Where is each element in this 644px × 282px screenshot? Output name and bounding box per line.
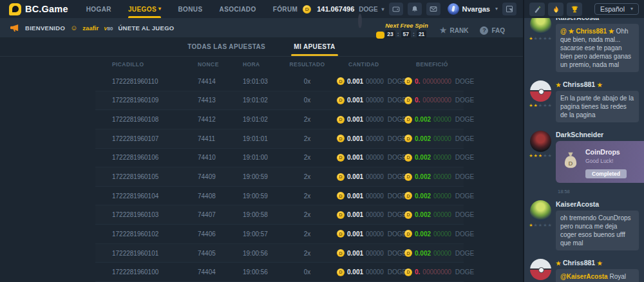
- chat-username[interactable]: KaiserAcosta: [556, 18, 639, 21]
- chat-bubble: oh tremendo CounDrops pero nunca me deja…: [556, 211, 639, 250]
- message-user-block: ★★★★★: [529, 18, 551, 75]
- bets-table-header: PICADILLONONCEHORARESULTADOCANTIDADBENEF…: [95, 57, 464, 72]
- bet-hash: 1722281960105: [95, 173, 181, 180]
- chat-avatar[interactable]: [530, 131, 551, 152]
- announcement-cta[interactable]: ÚNETE AL JUEGO: [118, 24, 174, 32]
- nav-item-label: BONUS: [178, 6, 202, 13]
- topbar-right: D 141.067496 DOGE ▾ Nvargas ▾: [303, 3, 516, 15]
- message-content: KaiserAcostaoh tremendo CounDrops pero n…: [556, 200, 639, 253]
- chat-sidebar: Español▾ ★★★★★KaiserAcosta@ ★ Chriss881 …: [523, 0, 644, 282]
- megaphone-icon: [10, 24, 20, 32]
- doge-coin-icon: D: [404, 230, 412, 238]
- mention-link[interactable]: @ ★ Chriss881 ★: [560, 28, 614, 35]
- bet-amount: D0.00100000DOGE: [332, 97, 399, 104]
- tab-todas-las-apuestas[interactable]: TODAS LAS APUESTAS: [187, 37, 265, 56]
- table-row[interactable]: 17222819601057440919:00:592xD0.00100000D…: [95, 167, 464, 187]
- balance-amount: 141.067496: [317, 5, 354, 13]
- coindrops-card[interactable]: DCoinDropsGood Luck!Completed: [556, 141, 644, 183]
- chat-avatar[interactable]: [530, 80, 551, 102]
- mail-icon: [430, 5, 437, 13]
- chat-avatar[interactable]: [530, 18, 551, 35]
- chat-avatar[interactable]: [530, 259, 551, 280]
- bet-time: 19:01:02: [226, 97, 283, 104]
- chat-toolbar: Español▾: [524, 0, 644, 18]
- wallet-button[interactable]: [389, 3, 403, 15]
- vip-level-badge: V80: [104, 24, 113, 32]
- bet-result: 2x: [283, 211, 332, 218]
- announcement-username[interactable]: zaafir: [82, 24, 99, 32]
- table-row[interactable]: 17222819601017440519:00:562xD0.00100000D…: [95, 244, 464, 263]
- doge-coin-icon: D: [404, 268, 412, 276]
- mention-link[interactable]: @KaiserAcosta: [560, 273, 608, 280]
- chat-toggle-button[interactable]: [502, 3, 516, 15]
- messages-button[interactable]: [426, 3, 440, 15]
- nav-item-label: JUEGOS: [128, 6, 156, 13]
- table-row[interactable]: 17222819601007440419:00:560xD0.00100000D…: [95, 263, 464, 282]
- chat-username[interactable]: DarkSchneider: [556, 131, 639, 138]
- hot-games-button[interactable]: [548, 3, 564, 16]
- bet-profit: D0.00000000DOGE: [399, 268, 464, 276]
- nav-item-asociado[interactable]: ASOCIADO: [220, 0, 256, 18]
- language-selector[interactable]: Español▾: [594, 3, 639, 15]
- bet-hash: 1722281960109: [95, 97, 181, 104]
- chat-bubble: @KaiserAcosta Royal flush es que el móvi…: [556, 269, 639, 282]
- faq-link[interactable]: ?FAQ: [480, 21, 505, 35]
- doge-coin-icon: D: [337, 249, 345, 257]
- announcement-greeting: BIENVENIDO: [25, 24, 65, 32]
- nav-item-hogar[interactable]: HOGAR: [86, 0, 111, 18]
- doge-coin-icon: D: [337, 192, 345, 200]
- flame-icon: [552, 5, 560, 14]
- bet-result: 0x: [283, 268, 332, 276]
- table-row[interactable]: 17222819601087441219:01:022xD0.00100000D…: [95, 110, 464, 129]
- chat-username[interactable]: ★ Chriss881 ★: [556, 80, 639, 88]
- bet-nonce: 74406: [181, 230, 226, 238]
- bet-profit: D0.00200000DOGE: [399, 116, 464, 124]
- chat-username[interactable]: ★ Chriss881 ★: [556, 259, 639, 267]
- bet-result: 2x: [283, 250, 332, 257]
- user-menu[interactable]: Nvargas ▾: [448, 3, 498, 15]
- chat-bubble: En la parte de abajo de la pagina tienes…: [556, 91, 639, 122]
- nav-item-bonus[interactable]: BONUS: [178, 0, 202, 18]
- bet-nonce: 74409: [181, 173, 226, 180]
- bet-time: 19:00:56: [226, 250, 283, 257]
- bet-profit: D0.00200000DOGE: [399, 249, 464, 257]
- table-row[interactable]: 17222819601107441419:01:030xD0.00100000D…: [95, 72, 464, 91]
- doge-coin-icon: D: [337, 230, 345, 238]
- bets-table-body: 17222819601107441419:01:030xD0.00100000D…: [95, 72, 464, 282]
- chat-avatar[interactable]: [530, 200, 551, 221]
- main-column: BC.Game HOGARJUEGOS▾BONUSASOCIADOFÓRUM D…: [0, 0, 523, 282]
- table-row[interactable]: 17222819601027440619:00:572xD0.00100000D…: [95, 225, 464, 244]
- doge-coin-icon: D: [303, 5, 311, 14]
- bet-amount: D0.00100000DOGE: [332, 230, 399, 238]
- games-shortcut-button[interactable]: [529, 3, 545, 16]
- svg-text:D: D: [568, 159, 573, 166]
- column-header: HORA: [226, 61, 283, 68]
- table-row[interactable]: 17222819601077441119:01:012xD0.00100000D…: [95, 129, 464, 149]
- table-row[interactable]: 17222819601067441019:01:002xD0.00100000D…: [95, 149, 464, 168]
- table-row[interactable]: 17222819601037440719:00:582xD0.00100000D…: [95, 205, 464, 225]
- rank-star-icon: ★: [440, 26, 447, 35]
- table-row[interactable]: 17222819601097441319:01:020xD0.00100000D…: [95, 91, 464, 111]
- coindrops-completed-button[interactable]: Completed: [585, 169, 627, 178]
- nav-item-juegos[interactable]: JUEGOS▾: [128, 0, 162, 18]
- nav-item-fórum[interactable]: FÓRUM: [273, 0, 298, 18]
- free-spin-widget[interactable]: Next Free Spin 23:57:21: [358, 15, 428, 40]
- bet-profit: D0.00200000DOGE: [399, 135, 464, 142]
- bet-nonce: 74412: [181, 116, 226, 123]
- chat-message: ★★★★★★ Chriss881 ★En la parte de abajo d…: [529, 80, 639, 125]
- message-content: KaiserAcosta@ ★ Chriss881 ★ Ohh que bien…: [556, 18, 639, 75]
- notifications-button[interactable]: [408, 3, 422, 15]
- free-spin-label: Next Free Spin: [385, 22, 428, 29]
- currency-selector[interactable]: DOGE ▾: [359, 6, 384, 13]
- bet-amount: D0.00100000DOGE: [332, 211, 399, 219]
- spin-wheel-icon[interactable]: [358, 14, 362, 28]
- doge-coin-icon: D: [337, 268, 345, 276]
- tournament-button[interactable]: [567, 3, 582, 16]
- doge-coin-icon: D: [404, 135, 412, 142]
- bet-hash: 1722281960107: [95, 135, 181, 142]
- chat-username[interactable]: KaiserAcosta: [556, 200, 639, 208]
- rank-link[interactable]: ★RANK: [440, 21, 469, 35]
- tab-mi-apuesta[interactable]: MI APUESTA: [294, 37, 336, 56]
- table-row[interactable]: 17222819601047440819:00:592xD0.00100000D…: [95, 187, 464, 206]
- bcgame-logo[interactable]: BC.Game: [9, 3, 68, 15]
